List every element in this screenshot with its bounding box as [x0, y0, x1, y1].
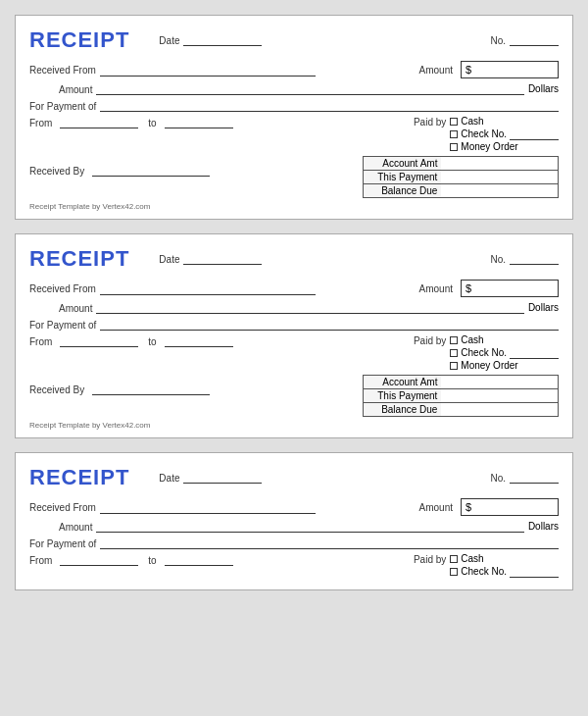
receipt-header-3: RECEIPT Date No. [29, 465, 559, 490]
received-by-field-2 [92, 383, 210, 395]
account-amt-value-1 [441, 157, 558, 171]
date-label-1: Date [159, 35, 179, 46]
for-payment-field-2 [100, 318, 559, 331]
received-from-row-2: Received From Amount $ [29, 280, 559, 297]
for-payment-label-1: For Payment of [29, 100, 96, 112]
this-payment-label-2: This Payment [364, 389, 442, 403]
from-to-row-2: From to Paid by Cash Check No. Money Ord… [29, 334, 559, 371]
for-payment-row-2: For Payment of [29, 318, 559, 331]
received-by-col-1: Received By [29, 156, 363, 177]
no-line-1 [510, 34, 559, 46]
for-payment-field-1 [100, 99, 559, 112]
from-label-3: From [29, 554, 52, 566]
this-payment-value-2 [441, 389, 558, 403]
bottom-section-1: Received By Account Amt This Payment Bal… [29, 156, 559, 198]
check-checkbox-3 [450, 568, 458, 576]
amount-word-label-2: Amount [59, 302, 92, 314]
date-line-2 [183, 253, 262, 265]
account-amt-row-1: Account Amt [364, 157, 559, 171]
to-label-2: to [148, 335, 156, 347]
from-to-row-3: From to Paid by Cash Check No. [29, 553, 559, 578]
dollar-sign-2: $ [466, 282, 471, 294]
paid-options-1: Cash Check No. Money Order [450, 116, 559, 152]
to-field-3 [165, 553, 233, 566]
paid-by-section-3: Paid by Cash Check No. [414, 553, 559, 578]
check-option-2: Check No. [450, 346, 559, 359]
bottom-section-2: Received By Account Amt This Payment Bal… [29, 375, 559, 417]
amount-box-1: $ [461, 61, 559, 78]
this-payment-label-1: This Payment [364, 171, 442, 184]
amount-dollars-row-2: Amount Dollars [29, 301, 559, 314]
receipt-header-1: RECEIPT Date No. [29, 27, 559, 53]
received-from-label-3: Received From [29, 501, 96, 513]
amount-word-label-3: Amount [59, 521, 92, 533]
account-table-1: Account Amt This Payment Balance Due [363, 156, 559, 198]
cash-checkbox-3 [450, 555, 458, 563]
received-from-field-2 [100, 282, 316, 295]
check-checkbox-2 [450, 349, 458, 357]
account-amt-label-1: Account Amt [364, 157, 442, 171]
check-field-2 [510, 346, 559, 359]
amount-container-2: Amount $ [419, 280, 559, 297]
receipt-card-2: RECEIPT Date No. Received From Amount $ … [15, 233, 573, 438]
no-line-3 [510, 472, 559, 484]
from-to-row-1: From to Paid by Cash Check No. Money Ord… [29, 116, 559, 152]
from-to-left-3: From to [29, 553, 233, 566]
received-from-label-2: Received From [29, 282, 96, 294]
dollars-label-1: Dollars [528, 83, 559, 94]
account-amt-label-2: Account Amt [364, 376, 442, 389]
cash-checkbox-2 [450, 336, 458, 344]
no-label-1: No. [490, 35, 506, 46]
received-from-row-3: Received From Amount $ [29, 498, 559, 516]
for-payment-field-3 [100, 537, 559, 549]
cash-option-1: Cash [450, 116, 559, 127]
balance-due-value-1 [441, 184, 558, 198]
amount-box-3: $ [461, 498, 559, 516]
account-table-2: Account Amt This Payment Balance Due [363, 375, 559, 417]
paid-by-section-2: Paid by Cash Check No. Money Order [414, 334, 559, 371]
amount-word-field-2 [96, 301, 523, 314]
paid-by-label-3: Paid by [414, 553, 446, 565]
amount-dollars-row-1: Amount Dollars [29, 82, 559, 95]
received-by-label-2: Received By [29, 384, 84, 395]
from-label-2: From [29, 335, 52, 347]
dollar-sign-1: $ [466, 64, 471, 76]
balance-due-row-2: Balance Due [364, 403, 559, 417]
receipt-title-2: RECEIPT [29, 246, 129, 272]
balance-due-label-2: Balance Due [364, 403, 442, 417]
dollars-label-2: Dollars [528, 302, 559, 313]
header-date-section-1: Date [159, 34, 470, 46]
paid-options-3: Cash Check No. [450, 553, 559, 578]
for-payment-label-3: For Payment of [29, 537, 96, 549]
amount-label-2: Amount [419, 282, 453, 294]
header-no-section-3: No. [490, 472, 559, 484]
amount-container-3: Amount $ [419, 498, 559, 516]
paid-by-section-1: Paid by Cash Check No. Money Order [414, 116, 559, 152]
received-from-field-3 [100, 501, 316, 514]
amount-label-3: Amount [419, 501, 453, 513]
footer-2: Receipt Template by Vertex42.com [29, 421, 559, 430]
header-no-section-2: No. [490, 253, 559, 265]
amount-word-field-1 [96, 82, 523, 95]
for-payment-row-3: For Payment of [29, 537, 559, 549]
receipt-card-1: RECEIPT Date No. Received From Amount $ … [15, 15, 573, 220]
check-field-3 [510, 565, 559, 578]
amount-dollars-row-3: Amount Dollars [29, 520, 559, 533]
receipt-title-3: RECEIPT [29, 465, 129, 490]
paid-by-label-2: Paid by [414, 334, 446, 346]
to-field-2 [165, 334, 233, 347]
check-option-1: Check No. [450, 128, 559, 140]
received-from-label-1: Received From [29, 64, 96, 76]
amount-container-1: Amount $ [419, 61, 559, 78]
no-line-2 [510, 253, 559, 265]
received-by-label-1: Received By [29, 165, 84, 177]
amount-label-1: Amount [419, 64, 453, 76]
receipt-header-2: RECEIPT Date No. [29, 246, 559, 272]
paid-by-row-2: Paid by Cash Check No. Money Order [414, 334, 559, 371]
check-field-1 [510, 128, 559, 140]
receipt-card-3: RECEIPT Date No. Received From Amount $ … [15, 452, 573, 590]
cash-checkbox-1 [450, 118, 458, 126]
no-label-3: No. [490, 473, 506, 484]
footer-1: Receipt Template by Vertex42.com [29, 202, 559, 211]
this-payment-value-1 [441, 171, 558, 184]
